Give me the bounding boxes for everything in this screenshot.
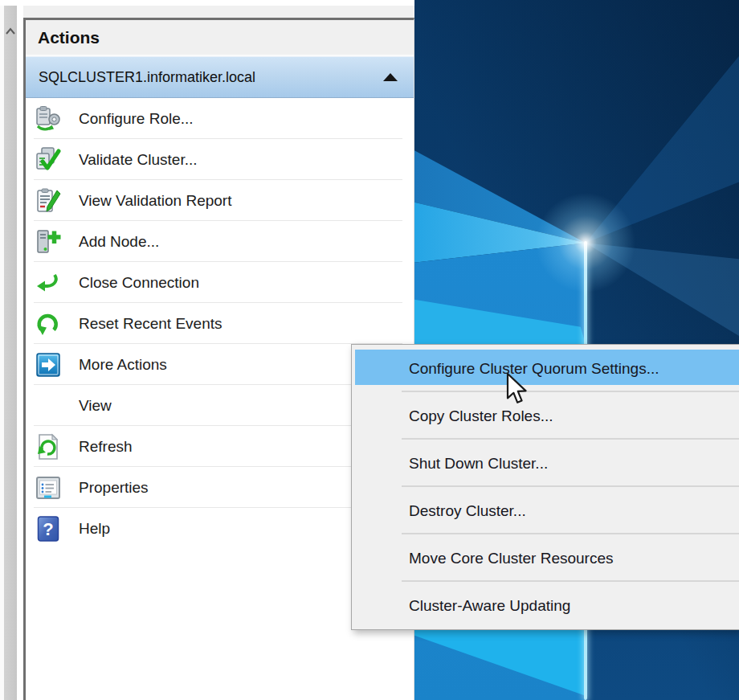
collapse-arrow-icon[interactable] — [383, 73, 398, 81]
action-label: More Actions — [79, 356, 167, 374]
blank-icon-spacer — [35, 392, 62, 420]
cluster-group-header[interactable]: SQLCLUSTER1.informatiker.local — [26, 56, 414, 98]
menu-item-label: Move Core Cluster Resources — [409, 550, 613, 567]
action-label: Help — [79, 520, 110, 538]
refresh-icon — [35, 433, 62, 461]
action-label: Reset Recent Events — [79, 315, 222, 333]
scroll-up-icon[interactable] — [5, 27, 16, 36]
close-connection-icon — [35, 269, 62, 297]
configure-role-icon — [35, 105, 62, 133]
menu-item-shut-down-cluster[interactable]: Shut Down Cluster... — [352, 440, 739, 487]
action-label: Add Node... — [79, 233, 159, 251]
action-item-reset-recent-events[interactable]: Reset Recent Events — [26, 303, 414, 344]
action-item-close-connection[interactable]: Close Connection — [26, 262, 414, 303]
menu-item-cluster-aware-updating[interactable]: Cluster-Aware Updating — [352, 582, 739, 629]
validation-report-icon — [35, 187, 62, 215]
screen: Actions SQLCLUSTER1.informatiker.local — [0, 0, 739, 700]
validate-cluster-icon — [35, 146, 62, 174]
menu-item-label: Copy Cluster Roles... — [409, 407, 553, 425]
action-item-add-node[interactable]: Add Node... — [26, 221, 414, 262]
svg-text:?: ? — [43, 519, 53, 539]
action-label: Configure Role... — [79, 110, 194, 128]
menu-item-destroy-cluster[interactable]: Destroy Cluster... — [352, 487, 739, 534]
menu-item-copy-cluster-roles[interactable]: Copy Cluster Roles... — [352, 392, 739, 440]
properties-icon — [35, 474, 62, 501]
action-label: Close Connection — [79, 274, 199, 292]
more-actions-icon — [35, 351, 62, 379]
help-icon: ? — [35, 515, 62, 542]
pane-title: Actions — [26, 20, 414, 56]
action-item-validate-cluster[interactable]: Validate Cluster... — [26, 139, 414, 180]
action-label: View — [79, 397, 112, 415]
menu-item-label: Configure Cluster Quorum Settings... — [409, 360, 659, 378]
reset-events-icon — [35, 310, 62, 338]
more-actions-submenu: Configure Cluster Quorum Settings... Cop… — [351, 344, 739, 630]
top-white-strip — [0, 0, 414, 6]
action-label: View Validation Report — [79, 192, 231, 210]
action-label: Refresh — [79, 438, 133, 456]
menu-item-move-core-cluster-resources[interactable]: Move Core Cluster Resources — [352, 534, 739, 582]
menu-item-label: Destroy Cluster... — [409, 502, 526, 520]
menu-item-label: Shut Down Cluster... — [409, 455, 548, 473]
menu-item-configure-cluster-quorum-settings[interactable]: Configure Cluster Quorum Settings... — [352, 345, 739, 392]
gutter-gap — [17, 6, 23, 700]
action-label: Validate Cluster... — [79, 151, 198, 169]
scrollbar-track[interactable] — [4, 6, 17, 700]
cluster-name: SQLCLUSTER1.informatiker.local — [39, 69, 255, 86]
add-node-icon — [35, 228, 62, 256]
action-item-configure-role[interactable]: Configure Role... — [26, 98, 414, 139]
action-item-view-validation-report[interactable]: View Validation Report — [26, 180, 414, 221]
action-label: Properties — [79, 479, 149, 497]
menu-item-label: Cluster-Aware Updating — [409, 597, 570, 615]
